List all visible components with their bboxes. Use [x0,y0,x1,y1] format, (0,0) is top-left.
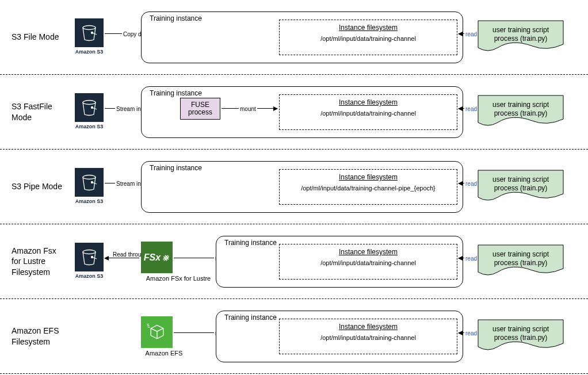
script-text: user training script process (train.py) [478,95,564,127]
row-fsx-lustre: Amazon Fsx for Lustre Filesystem Amazon … [0,224,588,299]
row-s3-fastfile-mode: S3 FastFile Mode Amazon S3 Stream in rea… [0,75,588,150]
s3-bucket-icon [75,243,104,271]
instance-filesystem-box: Instance filesystem /opt/ml/input/data/t… [279,169,457,205]
fuse-process-box: FUSE process [180,98,220,120]
s3-caption: Amazon S3 [75,198,104,204]
script-text: user training script process (train.py) [478,20,564,52]
fs-title: Instance filesystem [280,24,457,32]
arrow-read: read [459,108,478,109]
fuse-label: FUSE process [181,101,220,116]
flow-area: Amazon S3 Read through FSx⨳ Amazon FSx f… [63,230,588,293]
efs-caption: Amazon EFS [141,350,187,357]
training-instance-label: Training instance [150,164,202,172]
training-instance-label: Training instance [224,313,277,322]
fs-title: Instance filesystem [280,248,457,256]
s3-bucket-icon [75,93,104,122]
efs-cube-icon [141,316,173,348]
fs-path: /opt/ml/input/data/training-channel [280,259,457,266]
flow-area: Amazon S3 Stream in realtime Training in… [63,81,588,143]
row-label: S3 FastFile Mode [0,101,63,122]
svg-point-0 [83,26,96,30]
row-label: S3 File Mode [0,32,63,42]
arrow-read: read [459,33,478,34]
user-script-doc: user training script process (train.py) [478,244,564,276]
s3-caption: Amazon S3 [75,49,104,55]
svg-point-6 [83,250,96,254]
script-text: user training script process (train.py) [478,170,564,201]
fs-title: Instance filesystem [280,323,457,331]
arrow-read-through: Read through [105,258,139,258]
fs-path: /opt/ml/input/data/training-channel [280,110,457,117]
fs-path: /opt/ml/input/data/training-channel [280,35,457,42]
read-label: read [464,31,478,37]
s3-icon: Amazon S3 [75,93,104,129]
flow-area: Amazon EFS mount Training instance Insta… [63,305,588,368]
row-label: S3 Pipe Mode [0,181,63,192]
read-label: read [464,330,478,336]
instance-filesystem-box: Instance filesystem /opt/ml/input/data/t… [279,94,457,130]
read-label: read [464,106,478,112]
mount-label: mount [239,106,257,112]
row-s3-pipe-mode: S3 Pipe Mode Amazon S3 Stream in realtim… [0,150,588,224]
instance-filesystem-box: Instance filesystem /opt/ml/input/data/t… [279,319,457,354]
row-label: Amazon EFS Filesystem [0,326,63,346]
arrow-read: read [459,183,478,183]
arrow-mount: mount [222,108,277,109]
arrow-read: read [459,332,478,333]
fsx-caption: Amazon FSx for Lustre [141,275,216,282]
user-script-doc: user training script process (train.py) [478,170,564,201]
training-instance-label: Training instance [150,89,202,97]
fs-path: /opt/ml/input/data/training-channel-pipe… [280,185,457,192]
row-label: Amazon Fsx for Lustre Filesystem [0,246,63,277]
row-efs: Amazon EFS Filesystem Amazon EFS mount T… [0,299,588,374]
user-script-doc: user training script process (train.py) [478,95,564,127]
fsx-icon: FSx⨳ Amazon FSx for Lustre [141,242,216,282]
arrow-read: read [459,258,478,258]
training-instance-label: Training instance [150,14,202,22]
svg-point-2 [83,101,96,105]
read-label: read [464,181,478,187]
flow-area: Amazon S3 Stream in realtime Training in… [63,155,588,218]
fsx-logo-icon: FSx⨳ [141,242,173,273]
svg-point-4 [83,175,96,179]
s3-caption: Amazon S3 [75,124,104,129]
user-script-doc: user training script process (train.py) [478,319,564,351]
fs-title: Instance filesystem [280,173,457,181]
training-instance-label: Training instance [224,239,277,247]
script-text: user training script process (train.py) [478,319,564,351]
s3-icon: Amazon S3 [75,243,104,279]
read-label: read [464,255,478,262]
s3-icon: Amazon S3 [75,18,104,55]
script-text: user training script process (train.py) [478,244,564,276]
instance-filesystem-box: Instance filesystem /opt/ml/input/data/t… [279,244,457,280]
s3-caption: Amazon S3 [75,273,104,279]
user-script-doc: user training script process (train.py) [478,20,564,52]
s3-bucket-icon [75,18,104,47]
instance-filesystem-box: Instance filesystem /opt/ml/input/data/t… [279,20,457,55]
efs-icon: Amazon EFS [141,316,187,357]
fs-path: /opt/ml/input/data/training-channel [280,334,457,341]
fs-title: Instance filesystem [280,98,457,106]
flow-area: Amazon S3 Copy dataset ahead of time Tra… [63,6,588,68]
s3-bucket-icon [75,168,104,197]
s3-icon: Amazon S3 [75,168,104,204]
row-s3-file-mode: S3 File Mode Amazon S3 Copy dataset ahea… [0,0,588,75]
